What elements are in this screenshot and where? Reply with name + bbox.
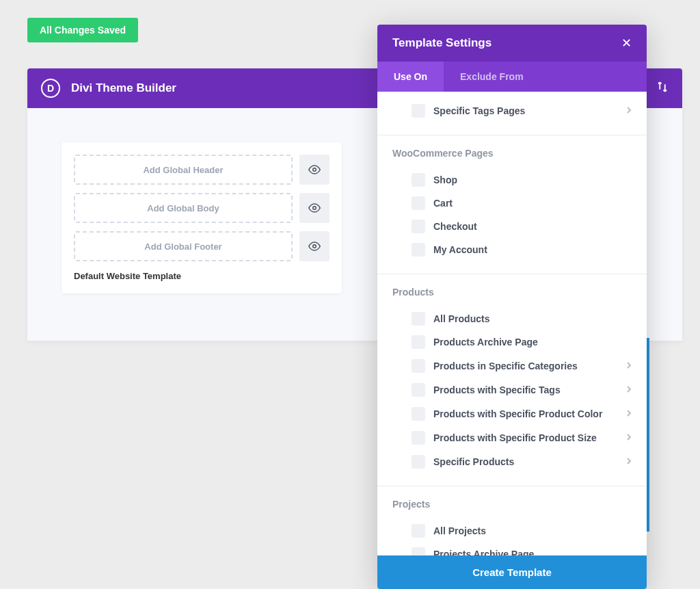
option-label: Products with Specific Product Color bbox=[433, 408, 618, 419]
option-row[interactable]: Products with Specific Product Color bbox=[392, 402, 632, 426]
checkbox[interactable] bbox=[412, 547, 425, 555]
checkbox[interactable] bbox=[412, 173, 425, 187]
option-row[interactable]: All Projects bbox=[392, 519, 632, 542]
option-label: All Products bbox=[433, 313, 632, 324]
option-label: Shop bbox=[433, 174, 632, 185]
option-row[interactable]: Projects Archive Page bbox=[392, 542, 632, 555]
chevron-right-icon[interactable] bbox=[626, 103, 632, 118]
checkbox[interactable] bbox=[412, 243, 425, 257]
add-global-header-button[interactable]: Add Global Header bbox=[74, 155, 293, 185]
option-row[interactable]: Specific Products bbox=[392, 449, 632, 473]
checkbox[interactable] bbox=[412, 431, 425, 445]
checkbox[interactable] bbox=[412, 312, 425, 326]
tab-use-on[interactable]: Use On bbox=[377, 62, 444, 92]
template-card: Add Global Header Add Global Body Add Gl… bbox=[62, 142, 342, 293]
group-title: Projects bbox=[392, 499, 632, 510]
option-group: ProjectsAll ProjectsProjects Archive Pag… bbox=[377, 486, 647, 555]
close-icon[interactable]: ✕ bbox=[621, 36, 632, 51]
tab-exclude-from[interactable]: Exclude From bbox=[444, 62, 540, 92]
checkbox[interactable] bbox=[412, 524, 425, 538]
checkbox[interactable] bbox=[412, 335, 425, 349]
checkbox[interactable] bbox=[412, 455, 425, 469]
option-label: Products Archive Page bbox=[433, 337, 632, 348]
add-global-footer-button[interactable]: Add Global Footer bbox=[74, 231, 293, 261]
option-row[interactable]: Checkout bbox=[392, 215, 632, 238]
checkbox[interactable] bbox=[412, 220, 425, 233]
visibility-header-button[interactable] bbox=[299, 155, 329, 185]
chevron-right-icon[interactable] bbox=[626, 382, 632, 397]
checkbox[interactable] bbox=[412, 383, 425, 397]
page-title: Divi Theme Builder bbox=[71, 81, 176, 95]
option-row[interactable]: Products Archive Page bbox=[392, 330, 632, 354]
option-label: Products with Specific Product Size bbox=[433, 432, 618, 443]
option-group: ProductsAll ProductsProducts Archive Pag… bbox=[377, 274, 647, 486]
modal-tabs: Use On Exclude From bbox=[377, 62, 647, 92]
option-row[interactable]: Specific Tags Pages bbox=[392, 99, 632, 122]
group-title: Products bbox=[392, 287, 632, 298]
option-row[interactable]: Shop bbox=[392, 168, 632, 192]
chevron-right-icon[interactable] bbox=[626, 430, 632, 445]
eye-icon bbox=[308, 163, 321, 176]
option-row[interactable]: Cart bbox=[392, 192, 632, 215]
add-footer-row: Add Global Footer bbox=[74, 231, 329, 261]
option-label: Products in Specific Categories bbox=[433, 361, 618, 371]
visibility-body-button[interactable] bbox=[299, 193, 329, 223]
chevron-right-icon[interactable] bbox=[626, 454, 632, 469]
eye-icon bbox=[308, 240, 321, 252]
modal-title: Template Settings bbox=[392, 36, 492, 50]
add-header-row: Add Global Header bbox=[74, 155, 329, 185]
option-row[interactable]: All Products bbox=[392, 307, 632, 330]
chevron-right-icon[interactable] bbox=[626, 406, 632, 421]
option-label: Specific Tags Pages bbox=[433, 105, 618, 116]
template-name-label: Default Website Template bbox=[74, 271, 329, 281]
option-label: Products with Specific Tags bbox=[433, 384, 618, 395]
option-group: WooCommerce PagesShopCartCheckoutMy Acco… bbox=[377, 135, 647, 274]
option-label: Specific Products bbox=[433, 456, 618, 467]
modal-header: Template Settings ✕ bbox=[377, 25, 647, 62]
option-row[interactable]: Products with Specific Tags bbox=[392, 378, 632, 402]
option-label: Checkout bbox=[433, 221, 632, 232]
add-body-row: Add Global Body bbox=[74, 193, 329, 223]
checkbox[interactable] bbox=[412, 196, 425, 210]
checkbox[interactable] bbox=[412, 104, 425, 118]
option-label: All Projects bbox=[433, 525, 632, 536]
svg-point-0 bbox=[313, 168, 317, 172]
svg-point-2 bbox=[313, 245, 317, 248]
modal-content[interactable]: Specific Tags Pages WooCommerce PagesSho… bbox=[377, 92, 647, 555]
option-row[interactable]: Products with Specific Product Size bbox=[392, 426, 632, 449]
checkbox[interactable] bbox=[412, 359, 425, 373]
option-label: Cart bbox=[433, 198, 632, 209]
divi-logo-icon: D bbox=[41, 79, 60, 98]
saved-badge: All Changes Saved bbox=[27, 18, 138, 42]
sort-icon[interactable] bbox=[656, 81, 669, 96]
eye-icon bbox=[308, 202, 321, 214]
svg-point-1 bbox=[313, 207, 317, 210]
create-template-button[interactable]: Create Template bbox=[377, 555, 647, 589]
option-label: Projects Archive Page bbox=[433, 549, 632, 555]
option-row[interactable]: My Account bbox=[392, 238, 632, 261]
group-title: WooCommerce Pages bbox=[392, 148, 632, 159]
checkbox[interactable] bbox=[412, 407, 425, 421]
visibility-footer-button[interactable] bbox=[299, 231, 329, 261]
template-settings-modal: Template Settings ✕ Use On Exclude From … bbox=[377, 25, 647, 589]
add-global-body-button[interactable]: Add Global Body bbox=[74, 193, 293, 223]
option-label: My Account bbox=[433, 244, 632, 255]
chevron-right-icon[interactable] bbox=[626, 358, 632, 373]
first-visible-item: Specific Tags Pages bbox=[377, 92, 647, 135]
option-row[interactable]: Products in Specific Categories bbox=[392, 354, 632, 378]
